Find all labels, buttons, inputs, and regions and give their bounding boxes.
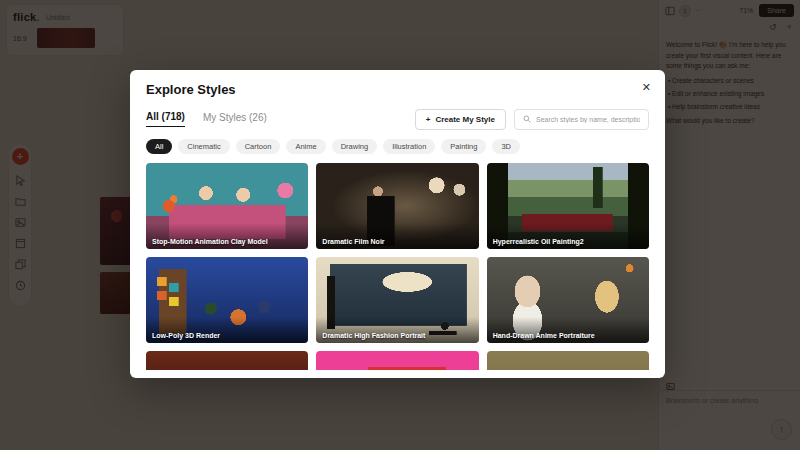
style-name: Hand-Drawn Anime Portraiture	[493, 332, 595, 339]
style-tabs: All (718) My Styles (26)	[146, 111, 267, 127]
style-name: Dramatic Film Noir	[322, 238, 384, 245]
app-root: flick. Untitled 16:9 +	[0, 0, 800, 450]
filter-chip-illustration[interactable]: Illustration	[383, 139, 435, 154]
plus-icon: +	[426, 115, 431, 124]
style-search[interactable]	[514, 109, 649, 130]
tab-my-styles[interactable]: My Styles (26)	[203, 112, 267, 127]
style-name: Low-Poly 3D Render	[152, 332, 220, 339]
filter-chip-3d[interactable]: 3D	[492, 139, 520, 154]
explore-styles-modal: Explore Styles ✕ All (718) My Styles (26…	[130, 70, 665, 378]
create-my-style-button[interactable]: +Create My Style	[415, 109, 506, 130]
tab-all[interactable]: All (718)	[146, 111, 185, 127]
style-name: Stop-Motion Animation Clay Model	[152, 238, 268, 245]
style-name: Hyperrealistic Oil Painting2	[493, 238, 584, 245]
style-card-high-fashion[interactable]: Dramatic High Fashion Portrait	[316, 257, 478, 343]
style-card-low-poly[interactable]: Low-Poly 3D Render	[146, 257, 308, 343]
style-card[interactable]	[316, 351, 478, 370]
filter-chips: All Cinematic Cartoon Anime Drawing Illu…	[146, 139, 649, 154]
style-grid: Stop-Motion Animation Clay Model Dramati…	[146, 163, 649, 370]
style-name: Dramatic High Fashion Portrait	[322, 332, 425, 339]
style-card[interactable]	[487, 351, 649, 370]
filter-chip-all[interactable]: All	[146, 139, 172, 154]
style-card-oil-painting[interactable]: Hyperrealistic Oil Painting2	[487, 163, 649, 249]
modal-title: Explore Styles	[146, 82, 649, 97]
close-icon[interactable]: ✕	[642, 81, 651, 94]
filter-chip-cartoon[interactable]: Cartoon	[236, 139, 281, 154]
style-card[interactable]	[146, 351, 308, 370]
search-icon	[523, 115, 531, 123]
style-card-anime-portrait[interactable]: Hand-Drawn Anime Portraiture	[487, 257, 649, 343]
filter-chip-painting[interactable]: Painting	[441, 139, 486, 154]
filter-chip-anime[interactable]: Anime	[286, 139, 325, 154]
filter-chip-drawing[interactable]: Drawing	[332, 139, 378, 154]
style-card-film-noir[interactable]: Dramatic Film Noir	[316, 163, 478, 249]
filter-chip-cinematic[interactable]: Cinematic	[178, 139, 229, 154]
search-input[interactable]	[536, 116, 640, 123]
style-card-clay-model[interactable]: Stop-Motion Animation Clay Model	[146, 163, 308, 249]
